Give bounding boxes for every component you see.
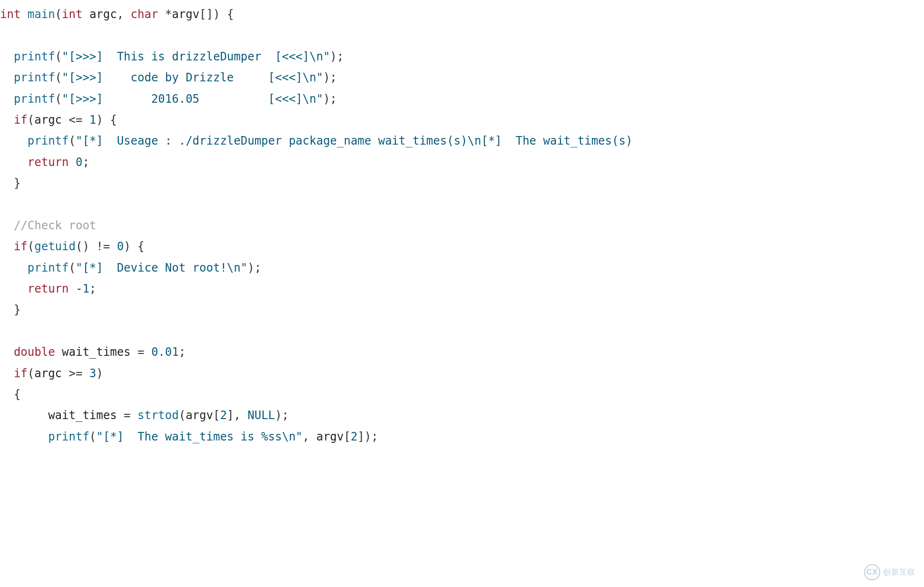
code-block: int main(int argc, char *argv[]) { print… <box>0 0 924 447</box>
constant-null: NULL <box>247 409 275 422</box>
keyword-int: int <box>0 8 20 21</box>
call-printf: printf <box>14 50 55 63</box>
string-literal: "[>>>] 2016.05 [<<<]\n" <box>62 92 323 106</box>
keyword-if: if <box>14 240 28 253</box>
watermark-logo-icon: CX <box>864 564 880 580</box>
string-literal: "[*] The wait_times is %ss\n" <box>96 430 302 443</box>
call-printf: printf <box>48 430 89 443</box>
func-main: main <box>28 8 55 21</box>
call-getuid: getuid <box>34 240 76 253</box>
watermark-text: 创新互联 <box>883 565 915 579</box>
watermark: CX 创新互联 <box>864 564 915 580</box>
string-literal: "[*] Device Not root!\n" <box>76 261 247 274</box>
keyword-return: return <box>28 156 69 169</box>
call-strtod: strtod <box>138 409 179 422</box>
call-printf: printf <box>14 92 55 106</box>
string-literal: "[>>>] This is drizzleDumper [<<<]\n" <box>62 50 330 63</box>
call-printf: printf <box>28 134 69 147</box>
comment: //Check root <box>14 219 96 232</box>
string-literal: "[*] Useage : ./drizzleDumper package_na… <box>76 134 639 147</box>
string-literal: "[>>>] code by Drizzle [<<<]\n" <box>62 71 323 84</box>
keyword-if: if <box>14 367 28 380</box>
call-printf: printf <box>28 261 69 274</box>
keyword-double: double <box>14 345 55 359</box>
keyword-return: return <box>28 282 69 295</box>
call-printf: printf <box>14 71 55 84</box>
keyword-if: if <box>14 113 28 127</box>
